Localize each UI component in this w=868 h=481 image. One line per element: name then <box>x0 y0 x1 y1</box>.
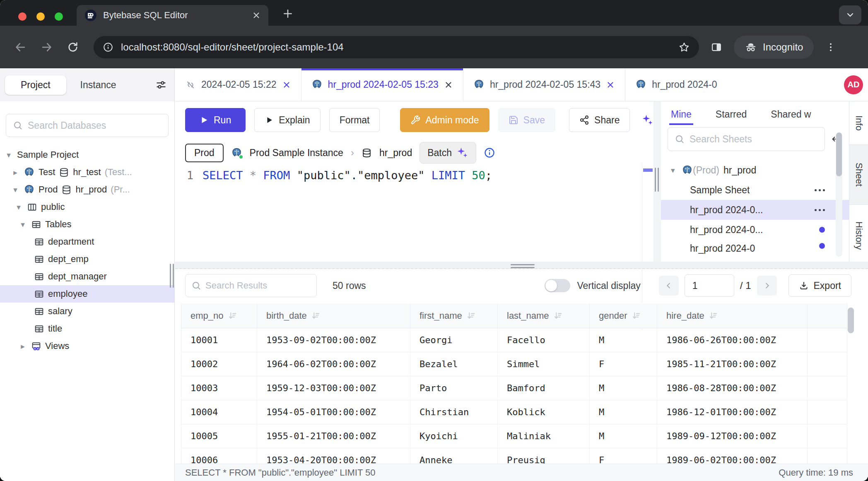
save-button[interactable]: Save <box>498 108 555 132</box>
admin-mode-button[interactable]: Admin mode <box>400 108 489 132</box>
vertical-display-toggle[interactable] <box>545 279 570 292</box>
table-row[interactable]: 100031959-12-03T00:00:00ZPartoBamfordM19… <box>181 376 847 400</box>
page-info-icon[interactable] <box>103 42 113 53</box>
sheet-search-box[interactable] <box>668 127 825 151</box>
tree-item[interactable]: ▸Testhr_test(Test... <box>0 164 174 181</box>
editor-tab[interactable]: hr_prod 2024-02-05 15:23 <box>301 68 463 101</box>
sql-editor[interactable]: 1 SELECT * FROM "public"."employee" LIMI… <box>175 166 642 262</box>
results-search-input[interactable] <box>205 280 311 291</box>
sidebar-filter-icon[interactable] <box>155 79 167 91</box>
tree-item[interactable]: salary <box>0 303 174 320</box>
page-input[interactable] <box>685 274 734 297</box>
back-button[interactable] <box>14 41 27 53</box>
tree-item[interactable]: ▾Prodhr_prod(Pr... <box>0 181 174 198</box>
tab-project[interactable]: Project <box>5 75 66 95</box>
column-header[interactable]: last_name <box>498 303 590 328</box>
sheet-scrollbar[interactable] <box>836 132 842 257</box>
close-tab-icon[interactable] <box>282 80 291 89</box>
table-row[interactable]: 100041954-05-01T00:00:00ZChirstianKoblic… <box>181 400 847 424</box>
batch-button[interactable]: Batch <box>420 142 476 164</box>
chevron-right-icon[interactable]: ▸ <box>11 168 20 177</box>
tree-item[interactable]: ▾public <box>0 198 174 216</box>
table-row[interactable]: 100021964-06-02T00:00:00ZBezalelSimmelF1… <box>181 352 847 376</box>
sheet-search-input[interactable] <box>690 134 818 145</box>
sheet-group[interactable]: ▾(Prod)hr_prod <box>661 160 849 180</box>
database-name[interactable]: hr_prod <box>379 147 412 159</box>
url-text[interactable]: localhost:8080/sql-editor/sheet/project-… <box>121 41 671 53</box>
chevron-down-icon[interactable]: ▾ <box>671 166 682 175</box>
export-button[interactable]: Export <box>788 274 851 297</box>
panel-resize-handle[interactable] <box>655 168 659 192</box>
column-header[interactable]: gender <box>590 303 657 328</box>
sheet-menu-icon[interactable] <box>815 209 825 211</box>
share-button[interactable]: Share <box>569 108 630 132</box>
database-search-box[interactable] <box>6 114 169 137</box>
tab-search-button[interactable] <box>839 5 861 24</box>
column-header[interactable]: hire_date <box>657 303 808 328</box>
tree-item[interactable]: ▾Tables <box>0 216 174 233</box>
tree-item[interactable]: ▸Views <box>0 337 174 355</box>
results-resize-handle[interactable] <box>511 264 535 268</box>
tree-item[interactable]: dept_manager <box>0 268 174 285</box>
address-bar[interactable]: localhost:8080/sql-editor/sheet/project-… <box>94 36 699 58</box>
sidebar-resize-handle[interactable] <box>170 264 174 288</box>
editor-tab[interactable]: hr_prod 2024-0 <box>625 68 741 101</box>
column-header[interactable]: first_name <box>410 303 498 328</box>
minimize-window-button[interactable] <box>36 12 45 21</box>
explain-button[interactable]: Explain <box>254 108 320 132</box>
tab-mine[interactable]: Mine <box>671 109 692 120</box>
close-tab-icon[interactable] <box>444 80 453 89</box>
tree-item[interactable]: department <box>0 233 174 250</box>
browser-menu-icon[interactable] <box>825 42 836 53</box>
run-button[interactable]: Run <box>185 108 246 132</box>
ai-assistant-icon[interactable] <box>641 114 653 126</box>
maximize-window-button[interactable] <box>55 12 63 21</box>
reload-button[interactable] <box>67 41 79 53</box>
instance-name[interactable]: Prod Sample Instance <box>250 147 343 159</box>
sheet-menu-icon[interactable] <box>815 189 825 191</box>
chevron-down-icon[interactable]: ▾ <box>11 185 20 195</box>
next-page-button[interactable] <box>757 276 777 296</box>
tab-shared[interactable]: Shared w <box>771 109 824 120</box>
sheet-item[interactable]: hr_prod 2024-0... <box>661 220 849 240</box>
forward-button[interactable] <box>41 41 53 53</box>
side-panel-icon[interactable] <box>711 41 722 53</box>
info-icon[interactable] <box>484 147 495 159</box>
chevron-right-icon[interactable]: ▸ <box>18 342 27 351</box>
avatar[interactable]: AD <box>844 75 863 94</box>
table-row[interactable]: 100011953-09-02T00:00:00ZGeorgiFacelloM1… <box>181 328 847 352</box>
sheet-item[interactable]: hr_prod 2024-0 <box>661 240 849 254</box>
tree-item[interactable]: title <box>0 320 174 337</box>
table-scrollbar[interactable] <box>848 306 854 460</box>
bookmark-star-icon[interactable] <box>678 41 690 53</box>
format-button[interactable]: Format <box>329 108 380 132</box>
rail-tab-info[interactable]: Info <box>849 101 868 145</box>
column-header[interactable]: birth_date <box>257 303 410 328</box>
browser-tab[interactable]: Bytebase SQL Editor <box>77 5 268 26</box>
sheet-item[interactable]: hr_prod 2024-0... <box>661 200 849 220</box>
tab-starred[interactable]: Starred <box>716 109 747 120</box>
chevron-down-icon[interactable]: ▾ <box>14 202 23 212</box>
results-search-box[interactable] <box>185 274 317 297</box>
close-tab-icon[interactable] <box>252 11 261 20</box>
sql-code-line[interactable]: SELECT * FROM "public"."employee" LIMIT … <box>203 169 492 182</box>
database-search-input[interactable] <box>28 120 162 131</box>
rail-tab-sheet[interactable]: Sheet <box>849 145 868 205</box>
sheet-item[interactable]: Sample Sheet <box>661 180 849 200</box>
tree-item[interactable]: employee <box>0 285 174 303</box>
editor-tab[interactable]: 2024-02-05 15:22 <box>175 68 301 101</box>
close-window-button[interactable] <box>18 12 27 21</box>
chevron-down-icon[interactable]: ▾ <box>4 150 13 160</box>
close-tab-icon[interactable] <box>606 80 615 89</box>
prev-page-button[interactable] <box>659 276 679 296</box>
table-row[interactable]: 100051955-01-21T00:00:00ZKyoichiMaliniak… <box>181 424 847 448</box>
column-header[interactable]: emp_no <box>181 303 257 328</box>
new-tab-button[interactable] <box>282 7 294 20</box>
tree-item[interactable]: dept_emp <box>0 250 174 268</box>
table-row[interactable]: 100061953-04-20T00:00:00ZAnnekePreusigF1… <box>181 448 847 464</box>
chevron-down-icon[interactable]: ▾ <box>18 220 27 229</box>
tab-instance[interactable]: Instance <box>66 75 130 95</box>
rail-tab-history[interactable]: History <box>849 205 868 267</box>
editor-tab[interactable]: hr_prod 2024-02-05 15:43 <box>463 68 625 101</box>
tree-item[interactable]: ▾Sample Project <box>0 146 174 164</box>
